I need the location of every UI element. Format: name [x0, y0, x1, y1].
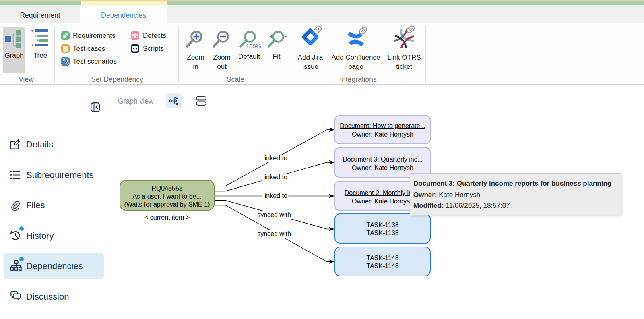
svg-text:100%: 100%: [246, 43, 261, 50]
